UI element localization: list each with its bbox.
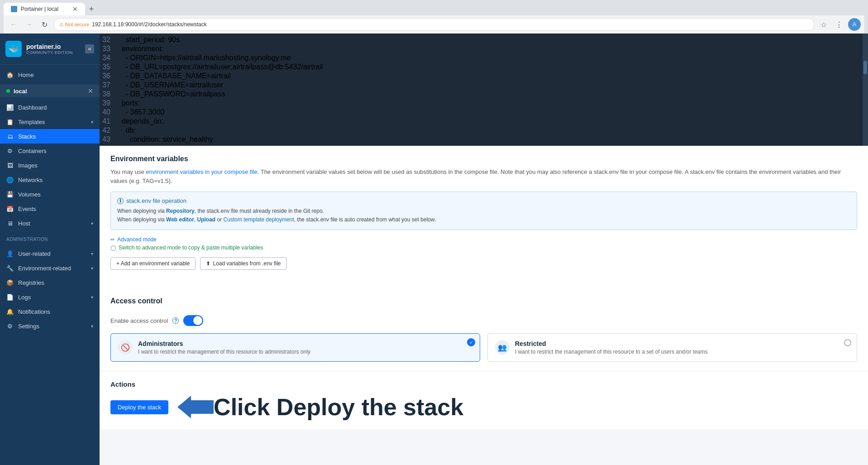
- env-related-label: Environment-related: [18, 265, 86, 272]
- info-icon: ℹ: [117, 198, 124, 204]
- enable-access-label: Enable access control: [110, 317, 168, 324]
- code-line: 34 - ORIGIN=https://airtrail.mariushosti…: [100, 53, 868, 62]
- restricted-card-icon: 👥: [495, 340, 510, 355]
- line-content: condition: service_healthy: [118, 135, 868, 144]
- profile-avatar[interactable]: A: [848, 18, 861, 31]
- user-related-icon: 👤: [6, 250, 14, 257]
- line-number: 41: [100, 117, 118, 125]
- stacks-icon: 🗂: [6, 133, 14, 140]
- line-number: 36: [100, 72, 118, 80]
- reload-button[interactable]: ↻: [38, 18, 51, 31]
- line-number: 33: [100, 45, 118, 53]
- env-related-icon: 🔧: [6, 264, 14, 272]
- administrators-card[interactable]: 🚫 Administrators I want to restrict the …: [110, 333, 480, 362]
- sidebar-item-notifications[interactable]: 🔔 Notifications: [0, 304, 100, 319]
- switch-mode-link[interactable]: ◯ Switch to advanced mode to copy & past…: [110, 244, 857, 251]
- env-vars-link[interactable]: environment variables in your compose fi…: [146, 168, 257, 175]
- sidebar-item-home[interactable]: 🏠 Home: [0, 67, 100, 82]
- code-line: 37 - DB_USERNAME=airtrailuser: [100, 81, 868, 90]
- access-control-toggle[interactable]: [183, 315, 203, 326]
- admin-card-icon: 🚫: [118, 340, 133, 355]
- bookmark-star[interactable]: ☆: [817, 18, 830, 31]
- sidebar-item-registries[interactable]: 📦 Registries: [0, 275, 100, 290]
- volumes-icon: 💾: [6, 191, 14, 198]
- sidebar-item-env-related[interactable]: 🔧 Environment-related ▾: [0, 261, 100, 275]
- sidebar-item-containers[interactable]: ⚙ Containers: [0, 144, 100, 158]
- sidebar-item-volumes[interactable]: 💾 Volumes: [0, 187, 100, 201]
- upload-icon: ⬆: [206, 260, 210, 267]
- browser-menu-icon[interactable]: ⋮: [833, 18, 845, 31]
- sidebar-item-logs[interactable]: 📄 Logs ▾: [0, 290, 100, 304]
- containers-label: Containers: [18, 148, 93, 154]
- click-annotation: Click Deploy the stack: [177, 393, 463, 421]
- sidebar-collapse-button[interactable]: «: [85, 44, 94, 53]
- advanced-mode-link[interactable]: ✏ Advanced mode: [110, 236, 857, 243]
- logs-label: Logs: [18, 294, 86, 301]
- sidebar-env-header[interactable]: local ✕: [0, 85, 100, 97]
- sidebar-item-events[interactable]: 📅 Events: [0, 201, 100, 216]
- admin-card-desc: I want to restrict the management of thi…: [138, 349, 310, 355]
- admin-card-title: Administrators: [138, 340, 310, 347]
- sidebar-item-networks[interactable]: 🌐 Networks: [0, 173, 100, 187]
- code-line: 40 - 3857:3000: [100, 108, 868, 117]
- templates-chevron: ▾: [91, 120, 93, 125]
- sidebar-item-host[interactable]: 🖥 Host ▾: [0, 216, 100, 230]
- new-tab-button[interactable]: +: [85, 3, 98, 15]
- code-scrollbar-thumb[interactable]: [863, 61, 867, 74]
- back-button[interactable]: ←: [7, 18, 20, 31]
- actions-section: Actions Deploy the stack Click Deploy th…: [100, 371, 868, 430]
- insecure-icon: ⚠ Not secure: [59, 22, 89, 28]
- notifications-icon: 🔔: [6, 308, 14, 315]
- line-number: 43: [100, 135, 118, 144]
- registries-label: Registries: [18, 279, 93, 286]
- sidebar-item-stacks[interactable]: 🗂 Stacks: [0, 129, 100, 144]
- sidebar-item-dashboard[interactable]: 📊 Dashboard: [0, 100, 100, 115]
- circle-icon: ◯: [110, 245, 116, 251]
- volumes-label: Volumes: [18, 191, 93, 198]
- host-label: Host: [18, 220, 86, 227]
- browser-tab[interactable]: Portainer | local ✕: [4, 3, 85, 15]
- code-line: 35 - DB_URL=postgres://airtrailuser:airt…: [100, 62, 868, 72]
- env-related-chevron: ▾: [91, 266, 93, 271]
- env-close-icon[interactable]: ✕: [88, 87, 93, 95]
- sidebar-item-templates[interactable]: 📋 Templates ▾: [0, 115, 100, 129]
- dashboard-icon: 📊: [6, 104, 14, 111]
- host-icon: 🖥: [6, 220, 14, 227]
- click-text: Click Deploy the stack: [214, 393, 463, 421]
- line-content: depends_on:: [118, 117, 868, 125]
- logs-icon: 📄: [6, 293, 14, 301]
- admin-section-label: Administration: [0, 233, 100, 244]
- help-icon: ?: [172, 317, 179, 324]
- sidebar-item-images[interactable]: 🖼 Images: [0, 158, 100, 173]
- env-vars-title: Environment variables: [110, 155, 857, 163]
- access-control-title: Access control: [110, 288, 857, 311]
- code-line: 38 - DB_PASSWORD=airtrailpass: [100, 90, 868, 99]
- code-editor-area: 32 start_period: 90s33 environment:34 - …: [100, 34, 868, 146]
- load-env-file-button[interactable]: ⬆ Load variables from .env file: [200, 257, 286, 270]
- env-vars-description: You may use environment variables in you…: [110, 168, 857, 185]
- code-line: 39 ports:: [100, 99, 868, 108]
- admin-card-checkmark: ✓: [467, 338, 475, 346]
- url-text: 192.168.1.18:9000/#!/2/docker/stacks/new…: [92, 21, 207, 28]
- code-line: 32 start_period: 90s: [100, 35, 868, 44]
- line-content: ports:: [118, 99, 868, 107]
- main-content: 32 start_period: 90s33 environment:34 - …: [100, 34, 868, 465]
- tab-title: Portainer | local: [21, 6, 69, 12]
- line-content: - DB_USERNAME=airtrailuser: [118, 81, 868, 89]
- close-tab-icon[interactable]: ✕: [72, 5, 78, 13]
- notifications-label: Notifications: [18, 308, 93, 315]
- code-scrollbar[interactable]: [863, 34, 868, 146]
- deploy-stack-button[interactable]: Deploy the stack: [110, 400, 168, 414]
- env-vars-section: Environment variables You may use enviro…: [100, 146, 868, 288]
- pencil-icon: ✏: [110, 237, 114, 243]
- forward-button[interactable]: →: [23, 18, 35, 31]
- code-line: 33 environment:: [100, 44, 868, 53]
- restricted-card[interactable]: 👥 Restricted I want to restrict the mana…: [487, 333, 857, 362]
- address-bar[interactable]: ⚠ Not secure 192.168.1.18:9000/#!/2/dock…: [53, 18, 815, 31]
- custom-template-link[interactable]: Custom template deployment: [224, 216, 294, 223]
- sidebar-item-user-related[interactable]: 👤 User-related ▾: [0, 246, 100, 261]
- settings-label: Settings: [18, 323, 86, 330]
- stacks-label: Stacks: [18, 133, 93, 140]
- sidebar-item-settings[interactable]: ⚙ Settings ▾: [0, 319, 100, 333]
- add-env-variable-button[interactable]: + Add an environment variable: [110, 257, 196, 270]
